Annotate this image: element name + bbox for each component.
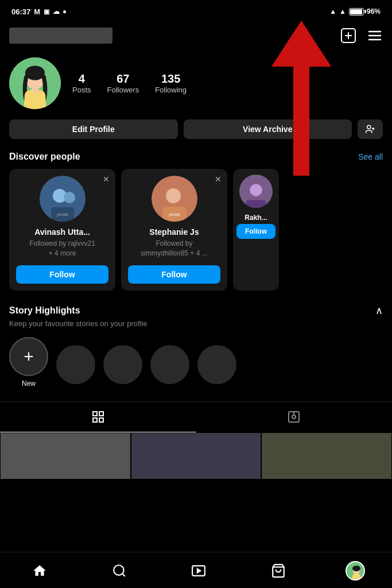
followers-count: 67 xyxy=(117,72,129,86)
highlight-item-4 xyxy=(197,345,236,388)
home-nav-button[interactable] xyxy=(27,558,52,583)
following-count: 135 xyxy=(161,72,180,86)
follow-card-3-button[interactable]: Follow xyxy=(236,224,275,239)
profile-avatar[interactable] xyxy=(9,57,61,109)
card-2-followed-by: Followed bysimmydhillon85 + 4 ... xyxy=(141,239,207,258)
svg-point-10 xyxy=(25,65,45,80)
view-archive-button[interactable]: View Archive xyxy=(184,119,352,139)
tagged-tab[interactable] xyxy=(196,402,393,432)
svg-rect-28 xyxy=(99,412,103,416)
highlights-title: Story Highlights xyxy=(9,305,80,316)
search-icon xyxy=(112,563,127,578)
discover-card-2: ✕ photo Stephanie Js Followed bysimmydhi… xyxy=(121,169,227,291)
svg-point-12 xyxy=(367,125,371,129)
svg-point-32 xyxy=(292,415,296,419)
dot-icon xyxy=(63,10,66,13)
discover-cards-container: ✕ photo Avinash Utta... Followed by raji… xyxy=(9,169,383,291)
highlight-circle-2[interactable] xyxy=(103,345,142,384)
post-thumb-2[interactable] xyxy=(131,432,262,479)
status-time-area: 06:37 M ▣ ☁ xyxy=(11,7,66,16)
highlight-circle-4[interactable] xyxy=(197,345,236,384)
post-thumb-1[interactable] xyxy=(0,432,131,479)
discover-card-3: Rakh... Follow xyxy=(233,169,279,291)
shop-icon xyxy=(271,563,286,578)
card-2-followed-text: Followed bysimmydhillon85 + 4 ... xyxy=(141,239,207,257)
search-nav-button[interactable] xyxy=(107,558,132,583)
home-icon xyxy=(32,563,47,578)
discover-header: Discover people See all xyxy=(9,152,383,162)
add-post-button[interactable] xyxy=(340,28,356,44)
following-label: Following xyxy=(155,86,187,94)
reels-nav-button[interactable] xyxy=(186,558,211,583)
card-1-name: Avinash Utta... xyxy=(34,227,90,237)
highlight-circle-1[interactable] xyxy=(56,345,95,384)
edit-profile-button[interactable]: Edit Profile xyxy=(9,119,178,139)
shop-nav-button[interactable] xyxy=(266,558,291,583)
new-highlight-button[interactable]: + xyxy=(9,337,48,376)
battery-percent: 96% xyxy=(367,7,381,16)
plus-icon: + xyxy=(24,347,34,366)
cloud-icon: ☁ xyxy=(53,7,60,16)
bottom-nav xyxy=(0,552,392,588)
highlights-header: Story Highlights ∧ xyxy=(9,304,383,317)
mobile-signal-icon: ▲ xyxy=(339,7,346,16)
profile-section: 4 Posts 67 Followers 135 Following xyxy=(0,51,392,114)
email-icon: M xyxy=(34,7,40,16)
tagged-icon xyxy=(287,410,301,424)
see-all-button[interactable]: See all xyxy=(358,152,383,161)
svg-rect-30 xyxy=(99,418,103,422)
posts-stat[interactable]: 4 Posts xyxy=(72,72,91,94)
svg-point-17 xyxy=(64,192,75,203)
follow-card-1-button[interactable]: Follow xyxy=(16,265,108,284)
svg-text:photo: photo xyxy=(168,212,180,217)
card-1-avatar: photo xyxy=(40,176,86,222)
username-bar xyxy=(9,28,112,44)
time-display: 06:37 xyxy=(11,7,30,16)
close-card-2-button[interactable]: ✕ xyxy=(215,175,222,184)
highlight-item-2 xyxy=(103,345,142,388)
card-1-followed-by: Followed by rajivvv21+ 4 more xyxy=(29,239,95,258)
new-highlight-item: + New xyxy=(9,337,48,388)
profile-nav-avatar[interactable] xyxy=(346,561,365,581)
svg-rect-11 xyxy=(32,87,38,92)
top-nav xyxy=(0,21,392,51)
wifi-signal-icon: ▲ xyxy=(329,7,336,16)
highlights-subtitle: Keep your favourite stories on your prof… xyxy=(9,319,383,328)
posts-label: Posts xyxy=(72,86,91,94)
svg-line-35 xyxy=(122,574,125,577)
card-3-name: Rakh... xyxy=(244,214,267,222)
svg-point-40 xyxy=(352,566,360,571)
grid-tab[interactable] xyxy=(0,402,196,432)
story-highlights-section: Story Highlights ∧ Keep your favourite s… xyxy=(0,295,392,392)
card-3-avatar xyxy=(239,175,273,208)
close-card-1-button[interactable]: ✕ xyxy=(103,175,110,184)
profile-stats: 4 Posts 67 Followers 135 Following xyxy=(72,72,383,94)
svg-point-34 xyxy=(114,565,123,575)
content-tabs-row xyxy=(0,401,392,432)
discover-title: Discover people xyxy=(9,152,80,162)
profile-buttons-row: Edit Profile View Archive xyxy=(0,114,392,145)
highlight-item-1 xyxy=(56,345,95,388)
highlight-circle-3[interactable] xyxy=(150,345,189,384)
grid-icon xyxy=(91,410,105,424)
svg-point-21 xyxy=(166,188,181,203)
status-icons-area: ▲ ▲ 96% xyxy=(329,7,381,16)
new-highlight-label: New xyxy=(22,380,36,388)
discover-card-1: ✕ photo Avinash Utta... Followed by raji… xyxy=(9,169,115,291)
posts-strip xyxy=(0,432,392,479)
sim-icon: ▣ xyxy=(44,8,49,16)
svg-rect-29 xyxy=(93,418,97,422)
discover-people-section: Discover people See all ✕ photo Avinash … xyxy=(0,145,392,295)
hamburger-menu-button[interactable] xyxy=(367,28,383,44)
svg-point-25 xyxy=(250,184,262,196)
add-friend-button[interactable] xyxy=(358,119,383,139)
reels-icon xyxy=(191,563,206,578)
followers-stat[interactable]: 67 Followers xyxy=(107,72,139,94)
nav-icons-group xyxy=(340,28,383,44)
svg-rect-26 xyxy=(246,200,266,208)
highlights-collapse-icon[interactable]: ∧ xyxy=(375,304,383,317)
card-2-name: Stephanie Js xyxy=(149,227,199,237)
post-thumb-3[interactable] xyxy=(261,432,392,479)
following-stat[interactable]: 135 Following xyxy=(155,72,187,94)
follow-card-2-button[interactable]: Follow xyxy=(128,265,220,284)
